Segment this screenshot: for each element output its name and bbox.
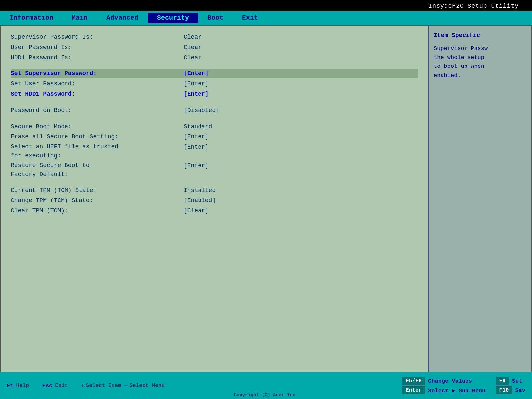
bottom-bar: F1 Help Esc Exit ↕ Select Item ↔ Select … <box>0 372 532 399</box>
menu-bar: Information Main Advanced Security Boot … <box>0 11 532 25</box>
value-password-on-boot: [Disabled] <box>184 106 219 115</box>
label-set-hdd1-password: Set HDD1 Password: <box>11 89 184 99</box>
row-user-password-is: User Password Is: Clear <box>11 43 418 52</box>
esc-desc: Exit <box>55 383 67 389</box>
enter-desc: Select ▶ Sub-Menu <box>428 387 485 394</box>
row-set-user-password[interactable]: Set User Password: [Enter] <box>11 79 418 89</box>
item-specific-title: Item Specific <box>434 31 527 40</box>
label-select-uefi-file: Select an UEFI file as trustedfor execut… <box>11 142 184 160</box>
row-current-tpm: Current TPM (TCM) State: Installed <box>11 186 418 195</box>
select-menu-desc: Select Menu <box>129 383 165 389</box>
value-select-uefi-file: [Enter] <box>184 142 209 152</box>
row-supervisor-password-is: Supervisor Password Is: Clear <box>11 32 418 42</box>
label-erase-secure-boot: Erase all Secure Boot Setting: <box>11 132 184 142</box>
f9-key: F9 <box>496 377 509 385</box>
label-set-supervisor-password: Set Supervisor Password: <box>11 69 184 78</box>
copyright: Copyright (C) Acer Inc. <box>234 392 298 398</box>
main-panel: Supervisor Password Is: Clear User Passw… <box>1 26 428 372</box>
row-set-hdd1-password[interactable]: Set HDD1 Password: [Enter] <box>11 89 418 99</box>
value-hdd1-password-is: Clear <box>184 53 201 63</box>
f1-desc: Help <box>16 383 29 389</box>
row-secure-boot-mode[interactable]: Secure Boot Mode: Standard <box>11 122 418 132</box>
f9-desc: Set <box>512 378 522 384</box>
value-erase-secure-boot: [Enter] <box>184 132 209 142</box>
row-select-uefi-file[interactable]: Select an UEFI file as trustedfor execut… <box>11 142 418 160</box>
label-supervisor-password-is: Supervisor Password Is: <box>11 32 184 42</box>
menu-item-advanced[interactable]: Advanced <box>97 13 148 23</box>
left-right-arrows: ↔ <box>124 383 127 389</box>
row-change-tpm[interactable]: Change TPM (TCM) State: [Enabled] <box>11 196 418 205</box>
row-set-supervisor-password[interactable]: Set Supervisor Password: [Enter] <box>11 69 418 78</box>
menu-item-security[interactable]: Security <box>148 13 198 23</box>
item-specific-description: Supervisor Passwthe whole setupto boot u… <box>434 44 527 80</box>
app-title: InsydeH2O Setup Utility <box>429 3 519 9</box>
value-current-tpm: Installed <box>184 186 216 195</box>
select-item-desc: Select Item <box>86 383 121 389</box>
value-set-supervisor-password: [Enter] <box>184 69 209 78</box>
esc-key: Esc <box>42 383 53 389</box>
content-area: Supervisor Password Is: Clear User Passw… <box>0 25 532 372</box>
menu-item-exit[interactable]: Exit <box>233 13 267 23</box>
f10-desc: Sav <box>515 387 525 394</box>
menu-item-main[interactable]: Main <box>63 13 97 23</box>
value-user-password-is: Clear <box>184 43 201 52</box>
f10-key: F10 <box>496 386 513 394</box>
menu-item-information[interactable]: Information <box>0 13 63 23</box>
menu-item-boot[interactable]: Boot <box>198 13 233 23</box>
value-restore-secure-boot: [Enter] <box>184 161 209 171</box>
label-password-on-boot: Password on Boot: <box>11 106 184 115</box>
value-set-hdd1-password: [Enter] <box>184 89 209 99</box>
value-clear-tpm: [Clear] <box>184 206 209 216</box>
label-change-tpm: Change TPM (TCM) State: <box>11 196 184 205</box>
row-clear-tpm[interactable]: Clear TPM (TCM): [Clear] <box>11 206 418 216</box>
row-erase-secure-boot[interactable]: Erase all Secure Boot Setting: [Enter] <box>11 132 418 142</box>
f5f6-key: F5/F6 <box>402 377 425 385</box>
f1-key: F1 <box>7 383 13 389</box>
label-restore-secure-boot: Restore Secure Boot toFactory Default: <box>11 161 184 179</box>
label-clear-tpm: Clear TPM (TCM): <box>11 206 184 216</box>
row-password-on-boot[interactable]: Password on Boot: [Disabled] <box>11 106 418 115</box>
enter-key: Enter <box>402 386 425 394</box>
row-restore-secure-boot[interactable]: Restore Secure Boot toFactory Default: [… <box>11 161 418 179</box>
label-current-tpm: Current TPM (TCM) State: <box>11 186 184 195</box>
f5f6-desc: Change Values <box>428 378 472 384</box>
value-set-user-password: [Enter] <box>184 79 209 89</box>
value-change-tpm: [Enabled] <box>184 196 216 205</box>
label-secure-boot-mode: Secure Boot Mode: <box>11 122 184 132</box>
label-set-user-password: Set User Password: <box>11 79 184 89</box>
right-panel: Item Specific Supervisor Passwthe whole … <box>428 26 531 372</box>
value-supervisor-password-is: Clear <box>184 32 201 42</box>
row-hdd1-password-is: HDD1 Password Is: Clear <box>11 53 418 63</box>
value-secure-boot-mode: Standard <box>184 122 212 132</box>
up-down-arrows: ↕ <box>81 383 84 389</box>
label-hdd1-password-is: HDD1 Password Is: <box>11 53 184 63</box>
label-user-password-is: User Password Is: <box>11 43 184 52</box>
